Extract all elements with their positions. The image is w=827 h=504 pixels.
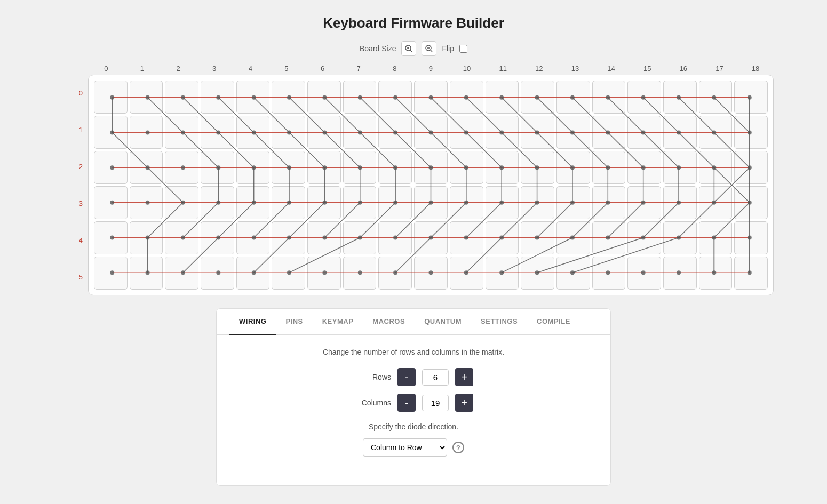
key-r0-c13[interactable] <box>556 81 590 114</box>
key-r4-c0[interactable] <box>94 221 128 254</box>
key-r2-c13[interactable] <box>556 151 590 184</box>
key-r1-c8[interactable] <box>378 116 412 149</box>
key-r5-c15[interactable] <box>627 257 661 290</box>
key-r1-c0[interactable] <box>94 116 128 149</box>
key-r1-c4[interactable] <box>236 116 270 149</box>
key-r5-c6[interactable] <box>307 257 341 290</box>
key-r5-c14[interactable] <box>592 257 626 290</box>
key-r3-c2[interactable] <box>165 186 198 219</box>
key-r5-c7[interactable] <box>343 257 377 290</box>
key-r3-c17[interactable] <box>699 186 733 219</box>
key-r4-c8[interactable] <box>378 221 412 254</box>
diode-direction-select[interactable]: Column to Row Row to Column <box>363 438 447 457</box>
key-r0-c18[interactable] <box>734 81 768 114</box>
key-r1-c2[interactable] <box>165 116 198 149</box>
key-r4-c4[interactable] <box>236 221 270 254</box>
key-r3-c1[interactable] <box>130 186 163 219</box>
key-r4-c14[interactable] <box>592 221 626 254</box>
key-r0-c12[interactable] <box>521 81 554 114</box>
key-r5-c16[interactable] <box>663 257 697 290</box>
key-r3-c9[interactable] <box>414 186 448 219</box>
key-r4-c6[interactable] <box>307 221 341 254</box>
key-r2-c18[interactable] <box>734 151 768 184</box>
key-r0-c8[interactable] <box>378 81 412 114</box>
key-r2-c16[interactable] <box>663 151 697 184</box>
key-r0-c11[interactable] <box>486 81 519 114</box>
key-r2-c9[interactable] <box>414 151 448 184</box>
key-r4-c5[interactable] <box>272 221 305 254</box>
key-r2-c1[interactable] <box>130 151 163 184</box>
key-r3-c14[interactable] <box>592 186 626 219</box>
key-r4-c2[interactable] <box>165 221 198 254</box>
key-r1-c9[interactable] <box>414 116 448 149</box>
key-r3-c0[interactable] <box>94 186 128 219</box>
zoom-out-button[interactable] <box>422 41 436 56</box>
key-r0-c2[interactable] <box>165 81 198 114</box>
key-r1-c12[interactable] <box>521 116 554 149</box>
key-r1-c15[interactable] <box>627 116 661 149</box>
key-r5-c18[interactable] <box>734 257 768 290</box>
key-r1-c14[interactable] <box>592 116 626 149</box>
key-r0-c1[interactable] <box>130 81 163 114</box>
key-r5-c13[interactable] <box>556 257 590 290</box>
key-r2-c4[interactable] <box>236 151 270 184</box>
key-r5-c5[interactable] <box>272 257 305 290</box>
tab-keymap[interactable]: KEYMAP <box>313 309 363 335</box>
key-r3-c11[interactable] <box>486 186 519 219</box>
key-r0-c7[interactable] <box>343 81 377 114</box>
cols-value-input[interactable] <box>422 395 449 411</box>
key-r1-c11[interactable] <box>486 116 519 149</box>
key-r0-c16[interactable] <box>663 81 697 114</box>
key-r4-c18[interactable] <box>734 221 768 254</box>
flip-checkbox[interactable] <box>459 45 467 53</box>
key-r2-c10[interactable] <box>450 151 483 184</box>
key-r1-c3[interactable] <box>201 116 234 149</box>
key-r3-c8[interactable] <box>378 186 412 219</box>
key-r4-c11[interactable] <box>486 221 519 254</box>
key-r5-c17[interactable] <box>699 257 733 290</box>
key-r2-c12[interactable] <box>521 151 554 184</box>
key-r3-c13[interactable] <box>556 186 590 219</box>
key-r5-c9[interactable] <box>414 257 448 290</box>
key-r1-c17[interactable] <box>699 116 733 149</box>
rows-minus-button[interactable]: - <box>397 368 416 386</box>
rows-plus-button[interactable]: + <box>455 368 473 386</box>
key-r4-c9[interactable] <box>414 221 448 254</box>
key-r3-c18[interactable] <box>734 186 768 219</box>
key-r2-c8[interactable] <box>378 151 412 184</box>
tab-macros[interactable]: MACROS <box>363 309 415 335</box>
key-r5-c1[interactable] <box>130 257 163 290</box>
key-r5-c2[interactable] <box>165 257 198 290</box>
key-r3-c16[interactable] <box>663 186 697 219</box>
key-r5-c3[interactable] <box>201 257 234 290</box>
key-r2-c2[interactable] <box>165 151 198 184</box>
key-r0-c15[interactable] <box>627 81 661 114</box>
key-r4-c1[interactable] <box>130 221 163 254</box>
key-r2-c6[interactable] <box>307 151 341 184</box>
key-r5-c0[interactable] <box>94 257 128 290</box>
key-r5-c12[interactable] <box>521 257 554 290</box>
key-r1-c1[interactable] <box>130 116 163 149</box>
key-r5-c4[interactable] <box>236 257 270 290</box>
key-r3-c3[interactable] <box>201 186 234 219</box>
key-r4-c17[interactable] <box>699 221 733 254</box>
tab-wiring[interactable]: WIRING <box>229 309 276 335</box>
key-r2-c11[interactable] <box>486 151 519 184</box>
zoom-in-button[interactable] <box>401 41 416 56</box>
key-r1-c10[interactable] <box>450 116 483 149</box>
tab-quantum[interactable]: QUANTUM <box>415 309 471 335</box>
key-r2-c14[interactable] <box>592 151 626 184</box>
key-r2-c0[interactable] <box>94 151 128 184</box>
key-r1-c18[interactable] <box>734 116 768 149</box>
tab-pins[interactable]: PINS <box>276 309 312 335</box>
key-r3-c7[interactable] <box>343 186 377 219</box>
key-r2-c7[interactable] <box>343 151 377 184</box>
key-r1-c13[interactable] <box>556 116 590 149</box>
key-r3-c6[interactable] <box>307 186 341 219</box>
key-r0-c10[interactable] <box>450 81 483 114</box>
key-r1-c7[interactable] <box>343 116 377 149</box>
cols-minus-button[interactable]: - <box>397 394 416 412</box>
key-r0-c5[interactable] <box>272 81 305 114</box>
key-r5-c11[interactable] <box>486 257 519 290</box>
key-r2-c15[interactable] <box>627 151 661 184</box>
